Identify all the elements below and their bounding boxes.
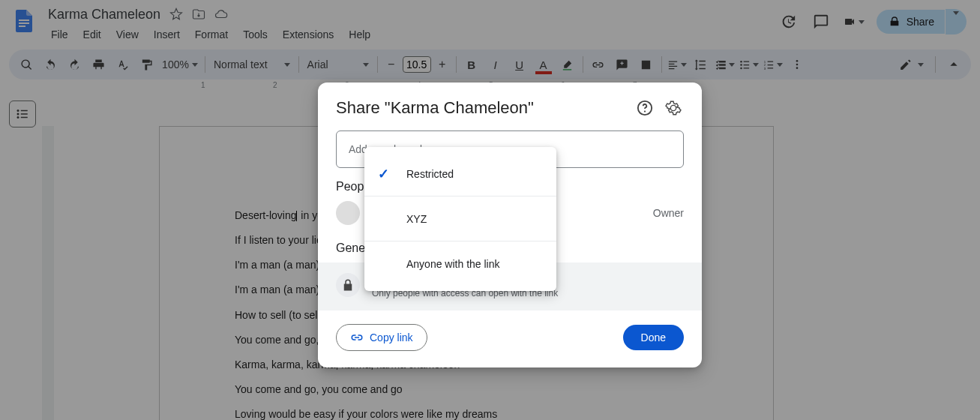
collapse-toolbar-icon[interactable]	[943, 54, 965, 75]
align-icon[interactable]	[666, 54, 688, 75]
vertical-ruler[interactable]	[42, 126, 54, 420]
increase-font-icon[interactable]: +	[433, 58, 452, 71]
outline-toggle-icon[interactable]	[9, 100, 36, 128]
bold-icon[interactable]: B	[460, 54, 483, 75]
svg-rect-2	[19, 26, 25, 27]
svg-point-5	[740, 67, 742, 69]
meet-icon[interactable]	[844, 11, 865, 32]
menu-insert[interactable]: Insert	[148, 27, 186, 42]
copy-link-button[interactable]: Copy link	[336, 324, 427, 351]
access-option[interactable]: ✓Restricted	[364, 152, 556, 196]
toolbar: 100% Normal text Arial − + B I U A 123	[9, 50, 971, 80]
help-icon[interactable]	[634, 98, 655, 118]
comment-icon[interactable]	[811, 11, 832, 32]
add-comment-icon[interactable]	[611, 54, 634, 75]
svg-point-10	[796, 64, 798, 66]
cloud-icon[interactable]	[214, 8, 228, 21]
zoom-select[interactable]: 100%	[159, 58, 201, 70]
avatar	[336, 201, 360, 225]
lock-icon	[336, 273, 360, 297]
menu-help[interactable]: Help	[343, 27, 376, 42]
share-dropdown-icon[interactable]	[946, 9, 967, 34]
spellcheck-icon[interactable]	[111, 54, 133, 75]
done-button[interactable]: Done	[623, 325, 684, 350]
insert-image-icon[interactable]	[635, 54, 658, 75]
search-icon[interactable]	[15, 54, 37, 75]
insert-link-icon[interactable]	[587, 54, 610, 75]
svg-rect-1	[19, 22, 29, 24]
redo-icon[interactable]	[63, 54, 85, 75]
paragraph-style-select[interactable]: Normal text	[209, 58, 295, 70]
svg-rect-0	[19, 20, 29, 21]
menubar: File Edit View Insert Format Tools Exten…	[45, 26, 376, 44]
owner-role-label: Owner	[653, 207, 684, 219]
bullet-list-icon[interactable]	[738, 54, 760, 75]
more-icon[interactable]	[786, 54, 808, 75]
share-button-label: Share	[907, 16, 934, 28]
access-level-menu: ✓Restricted✓XYZ✓Anyone with the link	[364, 147, 556, 291]
menu-format[interactable]: Format	[189, 27, 234, 42]
access-option-label: Anyone with the link	[406, 258, 500, 270]
italic-icon[interactable]: I	[484, 54, 507, 75]
menu-file[interactable]: File	[45, 27, 74, 42]
ruler-tick: 1	[201, 81, 205, 89]
line-spacing-icon[interactable]	[690, 54, 712, 75]
svg-point-4	[740, 64, 742, 66]
underline-icon[interactable]: U	[508, 54, 531, 75]
checklist-icon[interactable]	[714, 54, 736, 75]
undo-icon[interactable]	[39, 54, 61, 75]
font-size-input[interactable]	[403, 56, 431, 73]
settings-icon[interactable]	[663, 98, 684, 118]
menu-view[interactable]: View	[110, 27, 145, 42]
font-select[interactable]: Arial	[303, 58, 373, 70]
docs-logo-icon[interactable]	[9, 4, 39, 40]
svg-point-11	[796, 67, 798, 69]
document-title[interactable]: Karma Chameleon	[45, 7, 163, 22]
doc-line[interactable]: You come and go, you come and go	[235, 383, 698, 395]
highlight-icon[interactable]	[556, 54, 579, 75]
svg-point-13	[17, 113, 19, 116]
access-option[interactable]: ✓XYZ	[364, 196, 556, 242]
svg-point-12	[17, 110, 19, 112]
access-option-label: Restricted	[406, 168, 454, 180]
print-icon[interactable]	[87, 54, 109, 75]
share-dialog-title: Share "Karma Chameleon"	[336, 98, 627, 118]
history-icon[interactable]	[778, 11, 799, 32]
menu-extensions[interactable]: Extensions	[277, 27, 340, 42]
access-option[interactable]: ✓Anyone with the link	[364, 242, 556, 286]
svg-text:3: 3	[763, 66, 766, 70]
menu-tools[interactable]: Tools	[237, 27, 274, 42]
check-icon: ✓	[378, 166, 393, 182]
doc-line[interactable]: Loving would be easy if your colors were…	[235, 408, 698, 420]
decrease-font-icon[interactable]: −	[382, 58, 401, 71]
share-button[interactable]: Share	[877, 10, 945, 34]
text-color-icon[interactable]: A	[532, 54, 555, 75]
copy-link-label: Copy link	[370, 332, 413, 344]
menu-edit[interactable]: Edit	[77, 27, 107, 42]
ruler-tick: 2	[273, 81, 277, 89]
star-icon[interactable]	[169, 8, 183, 21]
svg-point-14	[17, 116, 19, 118]
paint-format-icon[interactable]	[135, 54, 157, 75]
svg-point-9	[796, 60, 798, 62]
move-icon[interactable]	[192, 8, 205, 21]
access-option-label: XYZ	[406, 213, 427, 225]
svg-point-3	[740, 60, 742, 62]
editing-mode-icon[interactable]	[895, 58, 928, 71]
numbered-list-icon[interactable]: 123	[762, 54, 784, 75]
svg-point-16	[644, 110, 646, 112]
